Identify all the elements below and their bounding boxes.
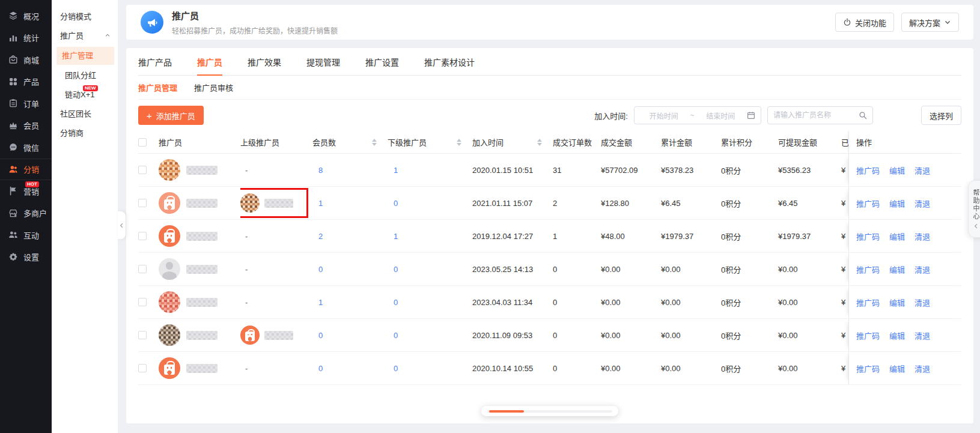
member-count-link[interactable]: 2 <box>318 232 323 241</box>
sidebar-item-会员[interactable]: 会员 <box>0 115 52 137</box>
sort-carets-icon[interactable] <box>372 139 377 146</box>
tab-推广效果[interactable]: 推广效果 <box>248 48 281 75</box>
page-header-card: 推广员 轻松招募推广员，成功推广给奖励，快速提升销售额 关闭功能 解决方案 <box>126 5 973 40</box>
action-link-清退[interactable]: 清退 <box>915 330 930 341</box>
row-checkbox[interactable] <box>138 298 147 306</box>
promoter-search <box>767 106 873 124</box>
subtabs: 推广员管理推广员审核 <box>138 76 961 100</box>
column-header-members: 会员数 <box>312 131 388 153</box>
submenu-item-链动X+1[interactable]: 链动X+1NEW <box>52 85 118 104</box>
member-count-link[interactable]: 0 <box>318 331 323 340</box>
sidebar-item-微信[interactable]: 微信 <box>0 136 52 159</box>
sidebar-item-产品[interactable]: 产品 <box>0 71 52 93</box>
sidebar-item-设置[interactable]: 设置 <box>0 246 52 268</box>
sidebar-item-互动[interactable]: 互动 <box>0 224 52 246</box>
row-checkbox[interactable] <box>138 265 147 273</box>
close-feature-button[interactable]: 关闭功能 <box>835 13 894 32</box>
subtab-推广员管理[interactable]: 推广员管理 <box>138 82 177 93</box>
action-link-编辑[interactable]: 编辑 <box>889 165 905 176</box>
row-checkbox[interactable] <box>138 364 147 372</box>
points-cell: 0积分 <box>721 154 778 186</box>
solution-button[interactable]: 解决方案 <box>901 13 959 32</box>
sidebar-item-分销[interactable]: 分销 <box>0 159 52 181</box>
action-link-推广码[interactable]: 推广码 <box>856 231 880 242</box>
horizontal-scrollbar[interactable] <box>481 406 618 416</box>
sidebar-collapse-handle[interactable] <box>118 211 126 239</box>
submenu-item-团队分红[interactable]: 团队分红 <box>52 66 118 85</box>
submenu-item-分销模式[interactable]: 分销模式 <box>52 7 118 26</box>
action-link-推广码[interactable]: 推广码 <box>856 264 880 275</box>
clipped-cell: ¥ <box>841 319 848 351</box>
downline-count-link[interactable]: 0 <box>394 298 398 307</box>
search-icon[interactable] <box>859 111 867 120</box>
downline-count-link[interactable]: 0 <box>394 364 398 373</box>
action-link-编辑[interactable]: 编辑 <box>889 363 905 374</box>
sidebar-item-概况[interactable]: 概况 <box>0 5 52 27</box>
date-end-placeholder[interactable]: 结束时间 <box>697 111 745 121</box>
member-count-link[interactable]: 0 <box>318 265 323 274</box>
total-amount-cell: ¥0.00 <box>661 286 721 318</box>
action-link-推广码[interactable]: 推广码 <box>856 198 880 209</box>
calendar-icon <box>747 111 755 120</box>
action-link-推广码[interactable]: 推广码 <box>856 363 880 374</box>
sidebar-item-营销[interactable]: 营销HOT <box>0 180 52 202</box>
help-center-tab[interactable]: 帮助中心 <box>968 180 980 238</box>
submenu-item-分销商[interactable]: 分销商 <box>52 124 118 143</box>
row-checkbox[interactable] <box>138 331 147 339</box>
sidebar-item-商城[interactable]: 商城 <box>0 49 52 71</box>
promoter-search-input[interactable] <box>773 111 859 120</box>
submenu-item-社区团长[interactable]: 社区团长 <box>52 104 118 124</box>
member-count-link[interactable]: 8 <box>318 166 323 175</box>
select-columns-button[interactable]: 选择列 <box>921 106 961 125</box>
row-checkbox[interactable] <box>138 199 147 207</box>
tab-推广素材设计[interactable]: 推广素材设计 <box>424 48 475 75</box>
deal-amount-cell: ¥48.00 <box>601 220 661 252</box>
date-start-placeholder[interactable]: 开始时间 <box>640 111 688 121</box>
scrollbar-track[interactable] <box>487 410 612 413</box>
downline-count-link[interactable]: 1 <box>394 232 398 241</box>
tab-推广设置[interactable]: 推广设置 <box>365 48 399 75</box>
join-time-filter-label: 加入时间: <box>594 110 628 121</box>
table-header-row: 推广员上级推广员会员数下级推广员加入时间成交订单数成交金额累计金额累计积分可提现… <box>138 131 961 154</box>
row-checkbox[interactable] <box>138 232 147 240</box>
action-link-编辑[interactable]: 编辑 <box>889 198 905 209</box>
table-row: -002023.05.25 14:130¥0.00¥0.000积分¥0.00¥推… <box>138 253 961 286</box>
sort-carets-icon[interactable] <box>537 139 542 146</box>
action-link-清退[interactable]: 清退 <box>915 297 930 308</box>
action-link-清退[interactable]: 清退 <box>915 264 930 275</box>
action-link-清退[interactable]: 清退 <box>915 363 930 374</box>
action-link-推广码[interactable]: 推广码 <box>856 165 880 176</box>
sidebar-item-统计[interactable]: 统计 <box>0 27 52 49</box>
submenu-item-推广员[interactable]: 推广员 <box>52 26 118 46</box>
tab-推广产品[interactable]: 推广产品 <box>138 48 172 75</box>
clipped-cell: ¥ <box>841 220 848 252</box>
select-all-checkbox[interactable] <box>138 138 147 147</box>
action-link-推广码[interactable]: 推广码 <box>856 297 880 308</box>
submenu-item-推广管理[interactable]: 推广管理 <box>56 47 114 65</box>
action-link-编辑[interactable]: 编辑 <box>889 264 905 275</box>
member-count-link[interactable]: 1 <box>318 199 323 208</box>
sort-carets-icon[interactable] <box>457 139 461 146</box>
downline-count-link[interactable]: 0 <box>394 331 398 340</box>
downline-count-link[interactable]: 1 <box>394 166 398 175</box>
action-link-推广码[interactable]: 推广码 <box>856 330 880 341</box>
downline-count-link[interactable]: 0 <box>394 265 398 274</box>
subtab-推广员审核[interactable]: 推广员审核 <box>194 82 233 93</box>
add-promoter-button[interactable]: + 添加推广员 <box>138 106 204 125</box>
action-link-编辑[interactable]: 编辑 <box>889 330 905 341</box>
tab-提现管理[interactable]: 提现管理 <box>306 48 340 75</box>
member-count-link[interactable]: 0 <box>318 364 323 373</box>
action-link-编辑[interactable]: 编辑 <box>889 297 905 308</box>
row-checkbox[interactable] <box>138 166 147 174</box>
sidebar-item-多商户[interactable]: 多商户 <box>0 202 52 225</box>
downline-count-link[interactable]: 0 <box>394 199 398 208</box>
action-link-清退[interactable]: 清退 <box>915 165 930 176</box>
action-link-清退[interactable]: 清退 <box>915 198 930 209</box>
member-count-link[interactable]: 1 <box>318 298 323 307</box>
tab-推广员[interactable]: 推广员 <box>197 48 222 75</box>
sidebar-item-订单[interactable]: 订单 <box>0 92 52 115</box>
action-link-清退[interactable]: 清退 <box>915 231 930 242</box>
scrollbar-thumb[interactable] <box>489 410 524 413</box>
action-link-编辑[interactable]: 编辑 <box>889 231 905 242</box>
date-range-picker[interactable]: 开始时间 ~ 结束时间 <box>634 106 761 124</box>
